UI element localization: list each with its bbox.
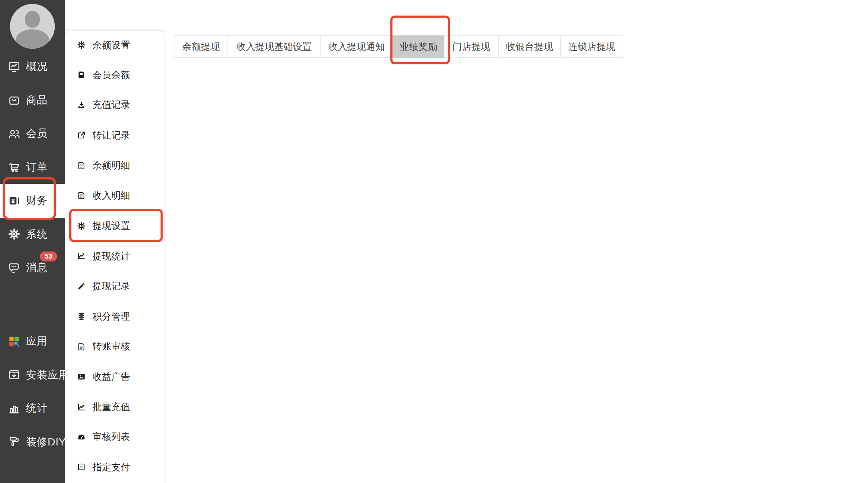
unread-count-badge: 53 — [40, 252, 57, 262]
sidebar-item-decorate-diy[interactable]: 装修DIY — [0, 425, 65, 458]
sidebar-item-system[interactable]: 系统 — [0, 217, 65, 251]
sidebar-item-messages[interactable]: 消息53 — [0, 251, 65, 284]
sidebar-item-label: 财务 — [26, 193, 48, 208]
paint-roller-icon — [8, 435, 20, 448]
minus-square-icon — [77, 463, 86, 472]
submenu-item-batch-recharge[interactable]: 批量充值 — [65, 396, 164, 418]
wallet-icon — [8, 194, 20, 207]
submenu-item-label: 充值记录 — [93, 99, 130, 112]
tab-cashier-withdraw[interactable]: 收银台提现 — [498, 35, 561, 58]
avatar-silhouette — [25, 11, 40, 28]
submenu-item-label: 批量充值 — [93, 400, 130, 413]
submenu-item-label: 转账审核 — [93, 340, 130, 353]
submenu-item-label: 收益广告 — [93, 370, 130, 383]
tab-chain-store-withdraw[interactable]: 连锁店提现 — [560, 35, 623, 58]
image-icon — [77, 372, 86, 381]
submenu-item-label: 提现统计 — [93, 250, 130, 262]
sidebar-item-overview[interactable]: 概况 — [0, 50, 65, 83]
sidebar-item-label: 装修DIY — [26, 435, 66, 449]
submenu-item-label: 提现记录 — [93, 280, 130, 292]
submenu-item-label: 提现设置 — [93, 220, 130, 232]
sidebar-item-label: 会员 — [26, 127, 48, 141]
members-icon — [8, 127, 20, 140]
main-content — [164, 0, 868, 483]
submenu-item-label: 审核列表 — [93, 431, 130, 443]
submenu-item-label: 余额设置 — [93, 38, 130, 51]
submenu-item-label: 收入明细 — [93, 189, 130, 202]
pencil-icon — [77, 282, 86, 291]
sidebar-item-label: 应用 — [26, 334, 48, 349]
sidebar-item-orders[interactable]: 订单 — [0, 150, 65, 184]
sidebar-item-label: 安装应用 — [26, 368, 69, 382]
database-icon — [77, 312, 86, 321]
submenu-item-balance-settings[interactable]: 余额设置 — [65, 34, 164, 56]
primary-sidebar: 概况商品会员订单财务系统消息53应用安装应用统计装修DIY — [0, 0, 65, 483]
submenu-item-audit-list[interactable]: 审核列表 — [65, 426, 164, 448]
submenu-item-balance-details[interactable]: 余额明细 — [65, 154, 164, 177]
sidebar-item-apps[interactable]: 应用 — [0, 324, 65, 358]
file-text-icon — [77, 342, 86, 351]
submenu-item-withdraw-settings[interactable]: 提现设置 — [65, 215, 164, 237]
submenu-item-points-management[interactable]: 积分管理 — [65, 305, 164, 327]
download-icon — [77, 101, 86, 110]
sidebar-item-install-apps[interactable]: 安装应用 — [0, 358, 65, 391]
file-text-icon — [77, 191, 86, 200]
withdraw-settings-tabs: 余额提现收入提现基础设置收入提现通知业绩奖励门店提现收银台提现连锁店提现 — [174, 35, 623, 58]
sidebar-item-statistics[interactable]: 统计 — [0, 391, 65, 425]
sidebar-item-label: 统计 — [26, 401, 48, 416]
submenu-item-recharge-records[interactable]: 充值记录 — [65, 94, 164, 116]
gear-icon — [8, 228, 20, 240]
submenu-item-income-details[interactable]: 收入明细 — [65, 185, 164, 207]
tab-store-withdraw[interactable]: 门店提现 — [444, 35, 499, 58]
tab-performance-reward[interactable]: 业绩奖励 — [392, 35, 444, 58]
install-icon — [8, 368, 20, 381]
submenu-item-designated-payment[interactable]: 指定支付 — [65, 456, 164, 479]
submenu-item-transfer-audit[interactable]: 转账审核 — [65, 335, 164, 358]
finance-submenu: 余额设置会员余额充值记录转让记录余额明细收入明细提现设置提现统计提现记录积分管理… — [65, 31, 164, 483]
external-link-icon — [77, 131, 86, 140]
apps-icon — [8, 335, 20, 348]
avatar[interactable] — [10, 4, 55, 49]
sidebar-item-label: 商品 — [26, 93, 48, 108]
chart-line-icon — [77, 402, 86, 411]
chat-icon — [8, 261, 20, 274]
sidebar-item-label: 消息 — [26, 260, 48, 275]
goods-icon — [8, 94, 20, 106]
sidebar-item-label: 系统 — [26, 227, 48, 242]
sidebar-item-label: 概况 — [26, 60, 48, 74]
submenu-item-label: 转让记录 — [93, 129, 130, 142]
tab-income-withdraw-notice[interactable]: 收入提现通知 — [320, 35, 393, 58]
submenu-item-label: 余额明细 — [93, 159, 130, 172]
book-icon — [77, 71, 86, 80]
submenu-item-withdraw-stats[interactable]: 提现统计 — [65, 245, 164, 267]
tab-income-withdraw-basic[interactable]: 收入提现基础设置 — [228, 35, 321, 58]
tab-balance-withdraw[interactable]: 余额提现 — [174, 35, 228, 58]
sidebar-item-finance[interactable]: 财务 — [0, 184, 65, 217]
gear-icon — [77, 41, 86, 49]
bar-chart-icon — [8, 402, 20, 415]
submenu-item-withdraw-records[interactable]: 提现记录 — [65, 275, 164, 297]
sidebar-item-goods[interactable]: 商品 — [0, 83, 65, 117]
submenu-item-label: 会员余额 — [93, 69, 130, 81]
sidebar-item-label: 订单 — [26, 160, 48, 175]
tachometer-icon — [77, 432, 86, 441]
submenu-item-revenue-ads[interactable]: 收益广告 — [65, 365, 164, 388]
submenu-item-member-balance[interactable]: 会员余额 — [65, 64, 164, 86]
gear-icon — [77, 221, 86, 230]
submenu-item-label: 积分管理 — [93, 310, 130, 323]
submenu-item-label: 指定支付 — [93, 461, 130, 473]
sidebar-item-members[interactable]: 会员 — [0, 117, 65, 150]
submenu-item-transfer-records[interactable]: 转让记录 — [65, 124, 164, 147]
chart-line-icon — [77, 252, 86, 260]
dashboard-icon — [8, 60, 20, 73]
cart-icon — [8, 161, 20, 173]
page: 概况商品会员订单财务系统消息53应用安装应用统计装修DIY 余额设置会员余额充值… — [0, 0, 868, 483]
file-text-icon — [77, 161, 86, 170]
